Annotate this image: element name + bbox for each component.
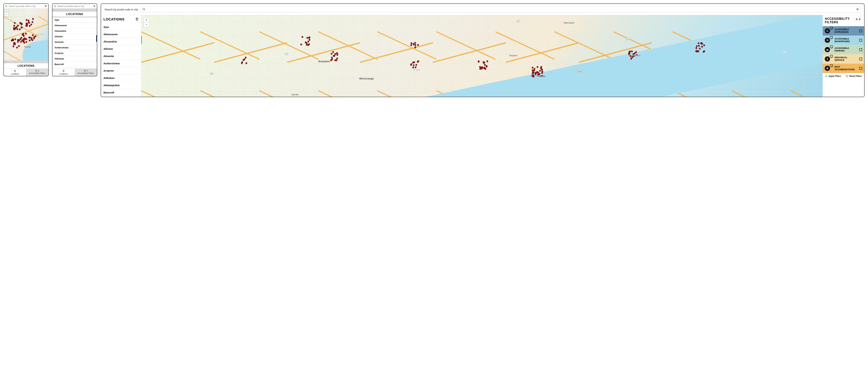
zoom-out-button[interactable]: − xyxy=(5,13,8,16)
search-input[interactable] xyxy=(147,8,855,11)
apply-filters-button[interactable]: Apply Filters xyxy=(823,73,843,79)
locations-list[interactable]: AjaxAkwesasneAlexandriaAllistonAlmonteAm… xyxy=(101,24,141,97)
map-pin[interactable] xyxy=(12,45,14,47)
location-row[interactable]: Alexandria xyxy=(101,38,141,45)
tab-locations[interactable]: Locations xyxy=(4,69,26,76)
location-row[interactable]: Alexandria xyxy=(53,28,97,34)
tooltip-icon[interactable] xyxy=(830,64,833,67)
reset-filters-button[interactable]: Reset Filters xyxy=(843,73,864,79)
map-pin[interactable] xyxy=(25,32,27,35)
filter-row[interactable]: ACCESSIBLE PARKING xyxy=(823,45,864,54)
location-row[interactable]: Akwesasne xyxy=(101,31,141,38)
zoom-in-button[interactable]: + xyxy=(144,18,149,22)
filter-label: ACCESSIBLE ENTRANCES xyxy=(832,28,858,33)
location-row[interactable]: Atikokan xyxy=(101,74,141,82)
scrollbar-thumb[interactable] xyxy=(141,36,142,44)
location-row[interactable]: Ajax xyxy=(53,17,97,23)
filter-checkbox[interactable] xyxy=(859,58,862,60)
locations-list[interactable]: AjaxAkwesasneAlexandriaAllistonAlmonteAm… xyxy=(53,17,97,69)
tab-filters[interactable]: 0 Accessibility Filters xyxy=(75,69,97,76)
search-bar: ✕ xyxy=(4,4,48,9)
map-pin[interactable] xyxy=(414,66,417,68)
map-pin[interactable] xyxy=(32,34,34,36)
scrollbar-thumb[interactable] xyxy=(96,35,97,42)
location-row[interactable]: Arnprior xyxy=(53,50,97,56)
locations-heading: LOCATIONS xyxy=(103,18,124,21)
location-row[interactable]: Atikokan xyxy=(53,56,97,62)
map-pin[interactable] xyxy=(19,28,21,31)
location-row[interactable]: Ajax xyxy=(101,24,141,31)
location-row[interactable]: Almonte xyxy=(53,39,97,45)
tooltip-icon[interactable] xyxy=(830,55,833,58)
search-icon xyxy=(5,5,8,7)
filter-row[interactable]: ACCESSIBLE WASHROOMS xyxy=(823,36,864,45)
map-pin[interactable] xyxy=(412,64,415,66)
location-row[interactable]: Bancroft xyxy=(101,89,141,96)
map-pin[interactable] xyxy=(412,66,414,69)
filter-checkbox[interactable] xyxy=(859,48,862,51)
desktop-view: Search by postal code or city ✕ LOCATION… xyxy=(101,3,865,97)
map-pin[interactable] xyxy=(330,53,333,55)
zoom-control: + − xyxy=(5,10,9,16)
map-pin[interactable] xyxy=(32,18,34,20)
filter-checkbox[interactable] xyxy=(859,30,862,32)
location-row[interactable]: Arnprior xyxy=(101,67,141,74)
location-row[interactable]: Attawapiskat xyxy=(101,82,141,89)
location-row[interactable]: Bancroft xyxy=(53,62,97,67)
locations-heading: LOCATIONS xyxy=(53,12,97,17)
svg-point-18 xyxy=(143,8,145,10)
expand-chevron[interactable] xyxy=(4,61,48,63)
zoom-in-button[interactable]: + xyxy=(5,10,8,13)
map-pin[interactable] xyxy=(539,70,541,72)
svg-point-37 xyxy=(827,67,828,68)
tooltip-icon[interactable] xyxy=(830,36,833,39)
map-pin[interactable] xyxy=(25,19,28,21)
location-row[interactable]: Amherstview xyxy=(53,45,97,50)
map-pin[interactable] xyxy=(536,66,539,68)
map-pin[interactable] xyxy=(331,56,333,59)
map-pin[interactable] xyxy=(414,46,416,48)
location-row[interactable]: Alliston xyxy=(53,34,97,39)
map-pin[interactable] xyxy=(415,64,417,66)
map-pin[interactable] xyxy=(417,44,419,46)
filter-row[interactable]: ACCESSIBLE ENTRANCES xyxy=(823,26,864,36)
city-label: Toronto xyxy=(24,46,31,48)
filter-row[interactable]: WAIT ACCOMODATIONS xyxy=(823,64,864,73)
tab-locations[interactable]: Locations xyxy=(53,69,75,76)
map-pin[interactable] xyxy=(25,41,28,43)
filter-checkbox[interactable] xyxy=(859,39,862,42)
filter-checkbox[interactable] xyxy=(859,67,862,70)
map-pin[interactable] xyxy=(410,44,412,46)
clear-search-button[interactable]: ✕ xyxy=(856,7,859,11)
map-pin[interactable] xyxy=(300,43,302,45)
search-input[interactable] xyxy=(57,5,92,7)
map[interactable]: + − Toronto EAST YORK xyxy=(4,9,48,61)
map-pin[interactable] xyxy=(301,36,304,38)
map-pin[interactable] xyxy=(486,60,489,62)
collapse-chevron[interactable] xyxy=(53,9,97,12)
tooltip-icon[interactable] xyxy=(830,27,833,29)
map-pin[interactable] xyxy=(332,51,334,53)
map-pin[interactable] xyxy=(31,21,34,23)
city-label: Mississauga xyxy=(359,77,374,80)
filter-row[interactable]: INDIVIDUAL SERVICE xyxy=(823,54,864,64)
location-row[interactable]: Amherstview xyxy=(101,60,141,67)
map[interactable]: + − NewmarketVaughanMarkhamBramptonMissi… xyxy=(141,15,823,97)
clear-search-button[interactable]: ✕ xyxy=(93,4,95,8)
zoom-out-button[interactable]: − xyxy=(144,22,149,27)
clear-search-button[interactable]: ✕ xyxy=(44,4,47,8)
map-pin[interactable] xyxy=(13,22,16,24)
map-pin[interactable] xyxy=(18,45,20,47)
location-row[interactable]: Almonte xyxy=(101,53,141,60)
map-pin[interactable] xyxy=(16,46,18,49)
map-pin[interactable] xyxy=(13,25,16,27)
map-pin[interactable] xyxy=(245,62,247,64)
location-row[interactable]: Akwesasne xyxy=(53,23,97,28)
map-pin[interactable] xyxy=(14,38,17,40)
mobile-view-map: ✕ + − Toronto EAST YORK LOCATIONS Locati… xyxy=(3,3,49,76)
search-input[interactable] xyxy=(9,5,43,7)
tab-filters[interactable]: 0 Accessibility Filters xyxy=(26,69,48,76)
tooltip-icon[interactable] xyxy=(830,45,833,48)
map-pin[interactable] xyxy=(631,50,633,53)
location-row[interactable]: Alliston xyxy=(101,45,141,53)
